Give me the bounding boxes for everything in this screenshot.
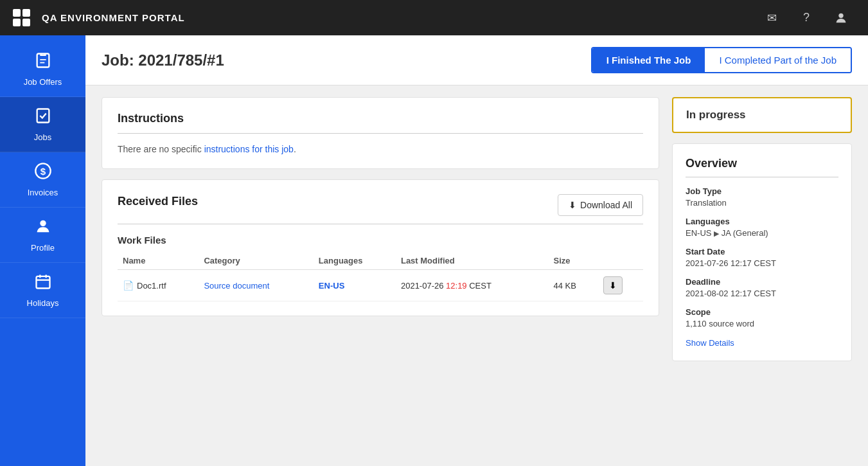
instructions-prefix: There are no specific [118, 144, 204, 154]
col-languages: Languages [314, 252, 396, 270]
overview-title: Overview [686, 157, 838, 170]
overview-scope: Scope 1,110 source word [686, 307, 838, 328]
jobs-icon [34, 107, 52, 129]
app-title: QA ENVIRONMENT PORTAL [42, 12, 757, 23]
job-type-value: Translation [686, 198, 838, 208]
deadline-value: 2021-08-02 12:17 CEST [686, 289, 838, 298]
received-files-header: Received Files ⬇ Download All [118, 194, 643, 216]
help-button[interactable]: ? [792, 0, 820, 35]
sidebar-item-jobs[interactable]: Jobs [0, 97, 85, 152]
finished-job-button[interactable]: I Finished The Job [592, 48, 705, 72]
overview-start-date: Start Date 2021-07-26 12:17 CEST [686, 247, 838, 268]
languages-value: EN-US ▶ JA (General) [686, 228, 838, 238]
instructions-suffix: . [294, 144, 296, 154]
overview-deadline: Deadline 2021-08-02 12:17 CEST [686, 277, 838, 298]
col-action [598, 252, 643, 270]
left-column: Instructions There are no specific instr… [102, 97, 659, 361]
sidebar-item-profile[interactable]: Profile [0, 208, 85, 263]
content-grid: Instructions There are no specific instr… [102, 97, 852, 361]
sidebar-label-holidays: Holidays [27, 298, 59, 308]
holidays-icon [34, 273, 52, 295]
scope-value: 1,110 source word [686, 319, 838, 328]
user-button[interactable] [827, 0, 855, 35]
download-all-button[interactable]: ⬇ Download All [558, 194, 643, 216]
svg-rect-9 [36, 276, 49, 289]
file-name: 📄 Doc1.rtf [123, 280, 193, 291]
page-title: Job: 2021/785/#1 [102, 51, 224, 69]
show-details-link[interactable]: Show Details [686, 338, 734, 348]
job-type-label: Job Type [686, 186, 838, 196]
job-offers-icon [34, 51, 52, 74]
sidebar-label-invoices: Invoices [28, 188, 58, 197]
header-action-buttons: I Finished The Job I Completed Part of t… [591, 47, 852, 73]
svg-point-0 [838, 13, 843, 17]
svg-point-8 [40, 220, 46, 226]
invoices-icon: $ [34, 162, 52, 184]
file-last-modified: 2021-07-26 12:19 CEST [396, 270, 549, 301]
scope-label: Scope [686, 307, 838, 317]
instructions-card: Instructions There are no specific instr… [102, 97, 659, 169]
profile-icon [34, 217, 52, 240]
sidebar: Job Offers Jobs $ Invoices Profile Holid… [0, 35, 85, 466]
overview-languages: Languages EN-US ▶ JA (General) [686, 217, 838, 238]
instructions-link: instructions for this job [204, 144, 294, 154]
received-files-card: Received Files ⬇ Download All Work Files… [102, 179, 659, 316]
table-row: 📄 Doc1.rtf Source document EN-US 2021-07… [118, 270, 643, 301]
top-nav: QA ENVIRONMENT PORTAL ✉ ? [0, 0, 868, 35]
file-download-button[interactable]: ⬇ [603, 276, 623, 294]
mail-button[interactable]: ✉ [757, 0, 786, 35]
overview-job-type: Job Type Translation [686, 186, 838, 208]
page-header: Job: 2021/785/#1 I Finished The Job I Co… [85, 35, 868, 85]
sidebar-label-profile: Profile [31, 243, 55, 253]
files-table: Name Category Languages Last Modified Si… [118, 252, 643, 301]
svg-text:$: $ [40, 166, 46, 177]
download-all-label: Download All [580, 200, 632, 210]
app-logo [13, 9, 30, 26]
status-box: In progress [672, 97, 852, 133]
right-panel: In progress Overview Job Type Translatio… [672, 97, 852, 361]
completed-part-button[interactable]: I Completed Part of the Job [705, 48, 851, 72]
sidebar-item-holidays[interactable]: Holidays [0, 263, 85, 318]
sidebar-item-job-offers[interactable]: Job Offers [0, 42, 85, 97]
file-size: 44 KB [549, 270, 599, 301]
col-last-modified: Last Modified [396, 252, 549, 270]
instructions-title: Instructions [118, 112, 643, 125]
sidebar-item-invoices[interactable]: $ Invoices [0, 152, 85, 208]
start-date-label: Start Date [686, 247, 838, 256]
file-category[interactable]: Source document [204, 281, 269, 291]
languages-label: Languages [686, 217, 838, 226]
start-date-value: 2021-07-26 12:17 CEST [686, 258, 838, 268]
work-files-label: Work Files [118, 235, 643, 246]
col-category: Category [199, 252, 313, 270]
file-icon: 📄 [123, 280, 134, 291]
instructions-text: There are no specific instructions for t… [118, 144, 643, 154]
file-language: EN-US [319, 281, 344, 291]
download-icon: ⬇ [569, 200, 576, 210]
col-name: Name [118, 252, 199, 270]
col-size: Size [549, 252, 599, 270]
deadline-label: Deadline [686, 277, 838, 287]
svg-rect-5 [37, 109, 49, 123]
top-nav-icons: ✉ ? [757, 0, 855, 35]
sidebar-label-job-offers: Job Offers [24, 77, 62, 87]
status-label: In progress [686, 109, 746, 121]
overview-card: Overview Job Type Translation Languages … [672, 143, 852, 361]
main-content: Job: 2021/785/#1 I Finished The Job I Co… [85, 35, 868, 466]
sidebar-label-jobs: Jobs [34, 132, 51, 142]
received-files-title: Received Files [118, 195, 198, 208]
